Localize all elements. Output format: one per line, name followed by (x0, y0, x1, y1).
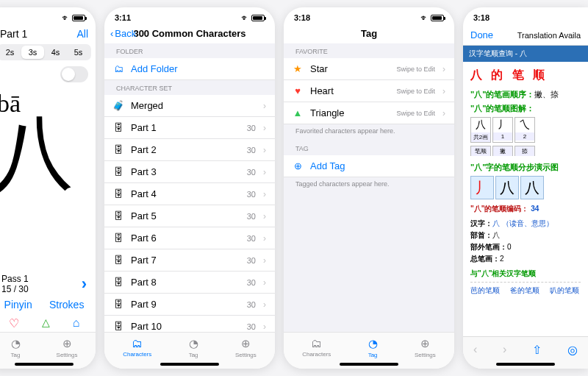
favorite-row-triangle[interactable]: ▲ Triangle Swipe to Edit› (284, 102, 454, 124)
status-time: 3:18 (473, 13, 490, 22)
page-header-bar: 汉字笔顺查询 - 八 (463, 46, 588, 62)
auto-toggle[interactable] (60, 66, 88, 82)
battery-icon (251, 15, 265, 21)
stroke-step: 八 (520, 176, 544, 199)
related-link[interactable]: 叭的笔顺 (550, 285, 579, 296)
status-bar: 3:18 ᯤ (284, 7, 454, 25)
wifi-icon: ᯤ (62, 13, 70, 22)
share-icon[interactable]: ⇧ (532, 343, 542, 357)
status-time: 3:11 (115, 13, 131, 22)
status-time: 3:18 (294, 13, 310, 22)
mode-strokes-button[interactable]: Strokes (49, 299, 84, 311)
web-content[interactable]: 八 的 笔 顺 "八"的笔画顺序：撇、捺 "八"的笔顺图解： 八共2画 丿1 乀… (463, 62, 588, 305)
triangle-icon: ▲ (293, 107, 303, 118)
home-indicator[interactable] (496, 363, 555, 366)
stroke-step: 丿 (470, 176, 494, 199)
related-link[interactable]: 芭的笔顺 (470, 285, 500, 296)
status-bar: 3:11 ᯤ (104, 7, 275, 25)
all-button[interactable]: All (76, 28, 88, 40)
briefcase-icon: 🗄︎ (113, 233, 123, 244)
gear-icon: ⊕ (241, 337, 251, 350)
battery-icon (72, 15, 85, 21)
part-row[interactable]: 🗄︎Part 830› (104, 272, 275, 294)
home-indicator[interactable] (340, 363, 398, 366)
part-row[interactable]: 🗄︎Part 430› (104, 183, 275, 205)
tab-settings[interactable]: ⊕Settings (415, 337, 436, 358)
briefcase-icon: 🗄︎ (113, 122, 123, 133)
tab-tag[interactable]: ◔Tag (368, 337, 378, 358)
briefcase-icon: 🗄︎ (113, 321, 123, 332)
gear-icon: ⊕ (62, 337, 72, 350)
briefcase-icon: 🗄︎ (113, 210, 123, 221)
plus-circle-icon: ⊕ (293, 160, 303, 171)
next-button[interactable]: › (82, 274, 87, 294)
section-header-tag: TAG (284, 141, 454, 155)
screen-characters-list: 3:11 ᯤ ‹ Back 300 Common Characters FOLD… (104, 7, 275, 369)
folder-icon: 🗂︎ (311, 337, 322, 350)
article-title: 八 的 笔 顺 (470, 68, 581, 83)
section-header-folder: FOLDER (104, 43, 275, 58)
screen-tag: 3:18 ᯤ Tag FAVORITE ★ Star Swipe to Edit… (284, 7, 454, 369)
home-indicator[interactable] (160, 363, 219, 366)
tag-hint: Tagged characters appear here. (284, 177, 454, 194)
done-button[interactable]: Done (470, 29, 493, 40)
tab-characters[interactable]: 🗂︎Characters (302, 337, 331, 358)
add-folder-button[interactable]: 🗂︎ Add Folder (104, 58, 275, 80)
section-header-favorite: FAVORITE (284, 43, 454, 58)
heart-icon[interactable]: ♡ (9, 316, 19, 330)
stroke-cell: 八共2画 (470, 117, 491, 143)
mode-pinyin-button[interactable]: Pinyin (4, 299, 32, 311)
tag-icon: ◔ (368, 337, 378, 350)
favorite-row-star[interactable]: ★ Star Swipe to Edit› (284, 58, 454, 80)
screen-webview: 3:18 Done Translation Availa 汉字笔顺查询 - 八 … (463, 7, 588, 369)
safari-icon[interactable]: ◎ (567, 343, 578, 357)
briefcase-icon: 🧳 (113, 100, 123, 111)
related-link[interactable]: 爸的笔顺 (510, 285, 539, 296)
part-row[interactable]: 🗄︎Part 730› (104, 249, 275, 272)
tab-settings[interactable]: ⊕Settings (57, 337, 78, 358)
tab-characters[interactable]: 🗂︎Characters (123, 337, 151, 358)
briefcase-icon: 🗄︎ (113, 166, 123, 177)
time-segmented-control[interactable]: 2s 3s 4s 5s (0, 44, 91, 60)
tag-icon: ◔ (189, 337, 198, 350)
seg-3s[interactable]: 3s (21, 46, 44, 59)
home-indicator[interactable] (15, 363, 74, 366)
triangle-icon[interactable]: △ (42, 316, 50, 330)
tag-icon[interactable]: ⌂ (73, 316, 80, 330)
part-row[interactable]: 🗄︎Part 1030› (104, 316, 275, 332)
nav-title: 300 Common Characters (133, 28, 245, 39)
battery-icon (431, 15, 444, 21)
character-glyph: 八 (0, 113, 96, 194)
folder-plus-icon: 🗂︎ (113, 63, 123, 74)
tab-tag[interactable]: ◔Tag (189, 337, 198, 358)
favorite-row-heart[interactable]: ♥ Heart Swipe to Edit› (284, 80, 454, 102)
part-row[interactable]: 🗄︎Part 630› (104, 227, 275, 249)
briefcase-icon: 🗄︎ (113, 299, 123, 310)
back-button[interactable]: ‹ Back (110, 28, 136, 39)
briefcase-icon: 🗄︎ (113, 277, 123, 288)
heart-icon: ♥ (293, 85, 303, 96)
star-icon: ★ (293, 63, 303, 74)
add-tag-button[interactable]: ⊕ Add Tag (284, 155, 454, 177)
part-row[interactable]: 🗄︎Part 530› (104, 205, 275, 227)
seg-2s[interactable]: 2s (0, 46, 21, 59)
part-row[interactable]: 🗄︎Part 930› (104, 294, 275, 316)
status-bar: 3:18 (463, 7, 588, 25)
seg-5s[interactable]: 5s (67, 46, 90, 59)
merged-set-row[interactable]: 🧳 Merged › (104, 95, 275, 117)
gear-icon: ⊕ (420, 337, 430, 350)
part-row[interactable]: 🗄︎Part 230› (104, 139, 275, 161)
wifi-icon: ᯤ (241, 13, 249, 22)
section-header-charset: CHARACTER SET (104, 80, 275, 95)
stroke-step: 八 (495, 176, 519, 199)
part-row[interactable]: 🗄︎Part 330› (104, 161, 275, 183)
pass-label: Pass 1 (1, 274, 29, 284)
chevron-right-icon: › (263, 101, 266, 111)
part-row[interactable]: 🗄︎Part 130› (104, 117, 275, 139)
seg-4s[interactable]: 4s (44, 46, 67, 59)
screen-flashcard: ᯤ Part 1 All 2s 3s 4s 5s bā 八 Pass 1 15 … (0, 7, 96, 369)
stroke-cell: 乀2 (514, 117, 535, 143)
screen-title: Part 1 (0, 28, 27, 40)
tab-tag[interactable]: ◔Tag (11, 337, 21, 358)
tab-settings[interactable]: ⊕Settings (235, 337, 257, 358)
